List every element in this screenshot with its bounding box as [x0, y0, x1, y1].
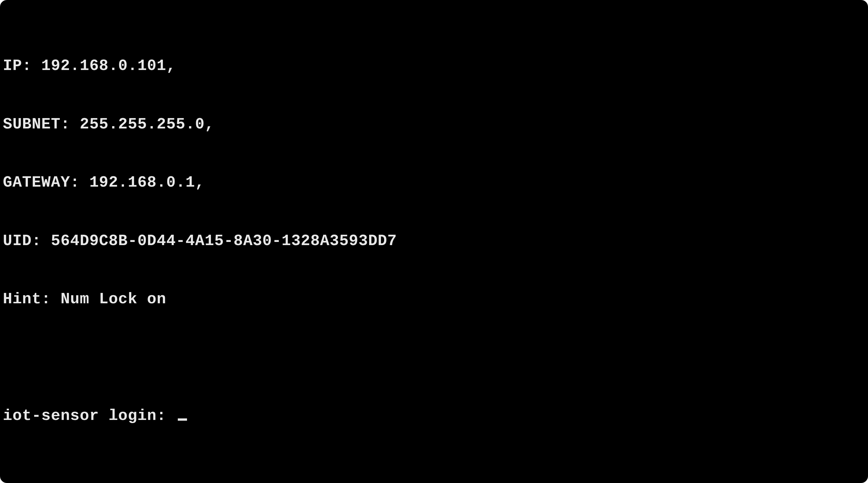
cursor-icon: [178, 419, 187, 421]
terminal-content: IP: 192.168.0.101, SUBNET: 255.255.255.0…: [3, 17, 865, 464]
blank-line: [3, 348, 865, 368]
login-prompt-text: iot-sensor login:: [3, 406, 176, 426]
uid-line: UID: 564D9C8B-0D44-4A15-8A30-1328A3593DD…: [3, 231, 865, 251]
subnet-line: SUBNET: 255.255.255.0,: [3, 115, 865, 134]
terminal-window: IP: 192.168.0.101, SUBNET: 255.255.255.0…: [0, 0, 868, 483]
ip-line: IP: 192.168.0.101,: [3, 56, 865, 76]
login-input[interactable]: [176, 407, 176, 425]
hint-line: Hint: Num Lock on: [3, 289, 865, 309]
login-prompt-line[interactable]: iot-sensor login:: [3, 406, 865, 426]
gateway-line: GATEWAY: 192.168.0.1,: [3, 173, 865, 192]
